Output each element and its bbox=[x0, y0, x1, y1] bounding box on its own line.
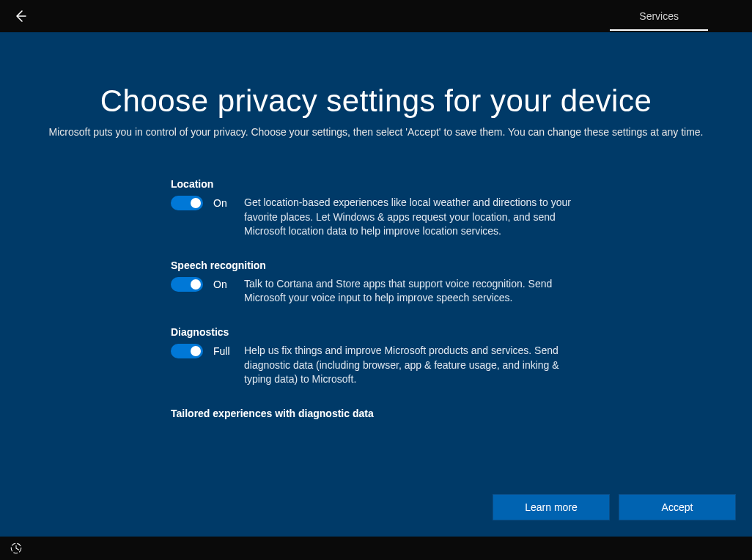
toggle-state-label: Full bbox=[213, 345, 230, 357]
toggle-state-label: On bbox=[213, 197, 227, 209]
accessibility-icon bbox=[10, 542, 23, 555]
back-button[interactable] bbox=[7, 3, 34, 29]
heading-block: Choose privacy settings for your device … bbox=[0, 84, 752, 138]
setting-description: Talk to Cortana and Store apps that supp… bbox=[244, 277, 581, 306]
content-area: Choose privacy settings for your device … bbox=[0, 32, 752, 537]
page-subtitle: Microsoft puts you in control of your pr… bbox=[15, 126, 737, 138]
toggle-knob-icon bbox=[191, 198, 201, 208]
speech-toggle[interactable] bbox=[171, 277, 203, 292]
toggle-knob-icon bbox=[191, 346, 201, 356]
oobe-window: Services Choose privacy settings for you… bbox=[0, 0, 752, 560]
arrow-left-icon bbox=[13, 9, 28, 23]
page-title: Choose privacy settings for your device bbox=[15, 84, 737, 119]
setting-speech: Speech recognition On Talk to Cortana an… bbox=[171, 259, 581, 306]
setting-row: Full Help us fix things and improve Micr… bbox=[171, 344, 581, 387]
location-toggle[interactable] bbox=[171, 196, 203, 210]
setting-diagnostics: Diagnostics Full Help us fix things and … bbox=[171, 326, 581, 387]
learn-more-button[interactable]: Learn more bbox=[493, 494, 610, 520]
tab-services[interactable]: Services bbox=[610, 1, 708, 31]
setting-row: On Get location-based experiences like l… bbox=[171, 196, 581, 239]
setting-tailored: Tailored experiences with diagnostic dat… bbox=[171, 408, 581, 419]
toggle-state-label: On bbox=[213, 279, 227, 290]
toggle-group: On bbox=[171, 196, 244, 210]
ease-of-access-button[interactable] bbox=[7, 539, 25, 557]
bottom-bar bbox=[0, 537, 752, 560]
setting-title: Tailored experiences with diagnostic dat… bbox=[171, 408, 581, 419]
setting-row: On Talk to Cortana and Store apps that s… bbox=[171, 277, 581, 306]
settings-list: Location On Get location-based experienc… bbox=[171, 178, 581, 440]
setting-location: Location On Get location-based experienc… bbox=[171, 178, 581, 239]
setting-title: Diagnostics bbox=[171, 326, 581, 338]
diagnostics-toggle[interactable] bbox=[171, 344, 203, 358]
setting-description: Get location-based experiences like loca… bbox=[244, 196, 581, 239]
setting-description: Help us fix things and improve Microsoft… bbox=[244, 344, 581, 387]
toggle-group: Full bbox=[171, 344, 244, 358]
title-bar: Services bbox=[0, 0, 752, 32]
accept-button[interactable]: Accept bbox=[619, 494, 736, 520]
toggle-knob-icon bbox=[191, 279, 201, 290]
footer-buttons: Learn more Accept bbox=[493, 494, 736, 520]
setting-title: Speech recognition bbox=[171, 259, 581, 271]
toggle-group: On bbox=[171, 277, 244, 292]
setting-title: Location bbox=[171, 178, 581, 190]
